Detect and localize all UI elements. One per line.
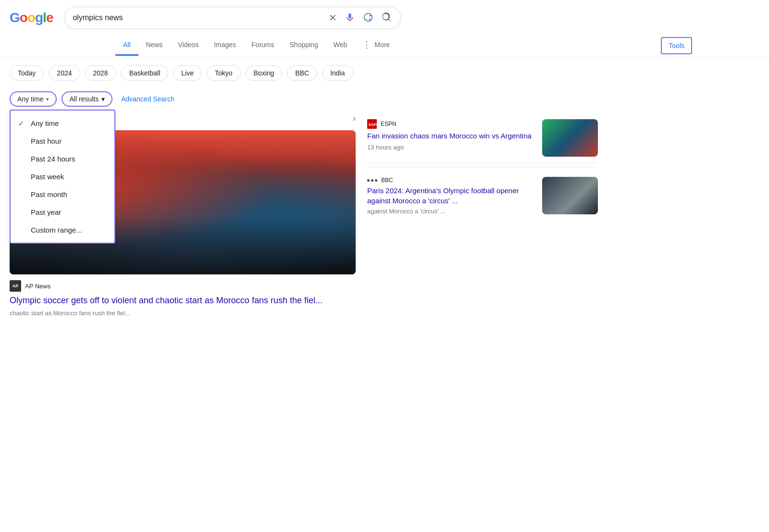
dropdown-item-past-hour[interactable]: Past hour bbox=[11, 132, 114, 150]
search-bar: olympics news ✕ bbox=[64, 7, 401, 29]
time-filter-label: Any time bbox=[17, 95, 43, 103]
tab-news[interactable]: News bbox=[138, 35, 171, 56]
pep-thumbnail-image bbox=[542, 177, 598, 214]
search-input[interactable]: olympics news bbox=[73, 13, 328, 22]
tab-web[interactable]: Web bbox=[326, 35, 355, 56]
chip-2024[interactable]: 2024 bbox=[49, 65, 80, 81]
tab-forums[interactable]: Forums bbox=[244, 35, 282, 56]
dropdown-item-label: Past month bbox=[31, 190, 67, 198]
chip-basketball[interactable]: Basketball bbox=[121, 65, 169, 81]
results-filter-dropdown[interactable]: All results ▾ bbox=[62, 91, 112, 107]
espn-article-thumbnail bbox=[542, 119, 598, 157]
news-card-bbc-content: BBC Paris 2024: Argentina's Olympic foot… bbox=[367, 177, 535, 215]
dropdown-item-label: Past 24 hours bbox=[31, 155, 75, 163]
time-filter-arrow: ▾ bbox=[46, 96, 49, 102]
dropdown-item-label: Custom range... bbox=[31, 226, 82, 234]
logo-l: l bbox=[43, 10, 46, 25]
soccer-thumbnail-image bbox=[542, 119, 598, 157]
article-title[interactable]: Olympic soccer gets off to violent and c… bbox=[10, 295, 356, 307]
dropdown-item-past-week[interactable]: Past week bbox=[11, 168, 114, 186]
chip-live[interactable]: Live bbox=[173, 65, 202, 81]
news-card-bbc: BBC Paris 2024: Argentina's Olympic foot… bbox=[367, 171, 598, 221]
mic-icon bbox=[345, 12, 355, 24]
section-arrow-icon[interactable]: › bbox=[353, 113, 356, 124]
dropdown-item-label: Past year bbox=[31, 208, 61, 216]
search-bar-icons: ✕ bbox=[328, 11, 393, 25]
logo-e: e bbox=[46, 10, 53, 25]
chip-bbc[interactable]: BBC bbox=[287, 65, 317, 81]
svg-text:ESPN: ESPN bbox=[369, 123, 377, 127]
espn-source-name: ESPN bbox=[381, 121, 397, 127]
results-filter-arrow: ▾ bbox=[101, 95, 105, 103]
svg-point-0 bbox=[364, 13, 372, 21]
news-card-content: ESPN ESPN Fan invasion chaos mars Morocc… bbox=[367, 119, 535, 151]
bbc-dot-1 bbox=[367, 179, 370, 182]
time-filter-dropdown[interactable]: Any time ▾ bbox=[10, 91, 57, 107]
article-source-row: AP AP News bbox=[10, 280, 356, 292]
dropdown-item-past-month[interactable]: Past month bbox=[11, 186, 114, 203]
chip-today[interactable]: Today bbox=[10, 65, 44, 81]
close-icon: ✕ bbox=[329, 12, 337, 24]
lens-button[interactable] bbox=[362, 11, 374, 25]
nav-tabs: All News Videos Images Forums Shopping W… bbox=[0, 34, 769, 58]
bbc-source-name: BBC bbox=[381, 177, 393, 184]
bbc-logo bbox=[367, 179, 377, 182]
voice-search-button[interactable] bbox=[344, 11, 356, 25]
bbc-dot-3 bbox=[375, 179, 377, 182]
espn-article-title[interactable]: Fan invasion chaos mars Morocco win vs A… bbox=[367, 131, 535, 141]
dropdown-item-label: Any time bbox=[31, 119, 59, 127]
time-dropdown-menu: ✓ Any time Past hour Past 24 hours Past … bbox=[10, 110, 115, 244]
dropdown-item-custom-range[interactable]: Custom range... bbox=[11, 221, 114, 239]
logo-o1: o bbox=[20, 10, 27, 25]
results-filter-label: All results bbox=[69, 95, 99, 103]
chip-india[interactable]: India bbox=[322, 65, 353, 81]
clear-button[interactable]: ✕ bbox=[328, 11, 338, 25]
chip-2028[interactable]: 2028 bbox=[85, 65, 116, 81]
lens-icon bbox=[363, 12, 373, 24]
logo-g: G bbox=[10, 10, 20, 25]
tab-more-dots[interactable]: ⋮ More bbox=[355, 34, 397, 57]
card-divider bbox=[367, 167, 598, 167]
filter-row: Any time ▾ All results ▾ Advanced Search… bbox=[0, 88, 769, 113]
bbc-source-row: BBC bbox=[367, 177, 535, 184]
right-column: ESPN ESPN Fan invasion chaos mars Morocc… bbox=[367, 113, 598, 318]
logo-o2: o bbox=[27, 10, 35, 25]
news-card-espn: ESPN ESPN Fan invasion chaos mars Morocc… bbox=[367, 113, 598, 163]
dropdown-item-past-24h[interactable]: Past 24 hours bbox=[11, 150, 114, 168]
news-card-source-row: ESPN ESPN bbox=[367, 119, 535, 129]
search-button[interactable] bbox=[380, 11, 393, 25]
tab-images[interactable]: Images bbox=[206, 35, 244, 56]
dropdown-item-past-year[interactable]: Past year bbox=[11, 203, 114, 221]
logo-g2: g bbox=[35, 10, 43, 25]
bbc-article-excerpt: against Morocco a 'circus' ... bbox=[367, 208, 535, 215]
chip-boxing[interactable]: Boxing bbox=[246, 65, 283, 81]
espn-article-time: 13 hours ago bbox=[367, 144, 535, 151]
advanced-search-link[interactable]: Advanced Search bbox=[121, 95, 174, 103]
bbc-article-title[interactable]: Paris 2024: Argentina's Olympic football… bbox=[367, 186, 535, 206]
dropdown-item-label: Past week bbox=[31, 173, 64, 181]
chip-tokyo[interactable]: Tokyo bbox=[207, 65, 241, 81]
more-dots-icon: ⋮ bbox=[362, 39, 372, 50]
google-logo: G o o g l e bbox=[10, 10, 53, 25]
espn-logo: ESPN bbox=[367, 119, 377, 129]
bbc-article-thumbnail bbox=[542, 177, 598, 214]
ap-logo: AP bbox=[10, 280, 21, 292]
checkmark-icon: ✓ bbox=[18, 120, 26, 127]
tools-button[interactable]: Tools bbox=[661, 37, 692, 54]
source-name: AP News bbox=[25, 283, 50, 290]
tab-shopping[interactable]: Shopping bbox=[282, 35, 326, 56]
header: G o o g l e olympics news ✕ bbox=[0, 0, 769, 29]
tab-all[interactable]: All bbox=[115, 35, 138, 56]
chips-row: Today 2024 2028 Basketball Live Tokyo Bo… bbox=[0, 58, 769, 88]
tab-videos[interactable]: Videos bbox=[171, 35, 207, 56]
search-icon bbox=[381, 12, 392, 24]
article-excerpt: chaotic start as Morocco fans rush the f… bbox=[10, 309, 356, 318]
dropdown-item-any-time[interactable]: ✓ Any time bbox=[11, 114, 114, 132]
dropdown-item-label: Past hour bbox=[31, 137, 62, 145]
bbc-dot-2 bbox=[371, 179, 373, 182]
